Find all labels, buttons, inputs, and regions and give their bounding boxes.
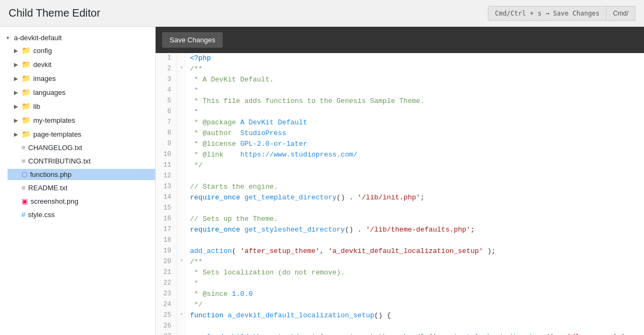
line-content: * <box>186 278 644 289</box>
line-content: /** <box>186 64 644 75</box>
line-number: 19 <box>156 246 177 257</box>
shortcut-hint: Cmd/Ctrl + s → Save Changes <box>488 6 606 21</box>
fold-icon <box>177 75 186 85</box>
arrow-icon: ▶ <box>14 90 21 95</box>
fold-icon <box>177 246 186 257</box>
tree-folder-devkit: ▶ 📁 devkit <box>8 57 155 71</box>
arrow-icon: ▶ <box>14 48 21 54</box>
line-number: 25 <box>156 310 177 321</box>
line-content: // Sets up the Theme. <box>186 214 644 225</box>
folder-name: devkit <box>33 61 52 69</box>
app-title: Child Theme Editor <box>9 7 100 19</box>
line-number: 21 <box>156 267 177 278</box>
line-content: * @link https://www.studiopress.com/ <box>186 150 644 160</box>
fold-icon <box>177 203 186 214</box>
fold-icon <box>177 289 186 300</box>
line-number: 14 <box>156 192 177 203</box>
fold-icon <box>177 192 186 203</box>
folder-name: page-templates <box>33 130 82 138</box>
line-content: add_action( 'after_setup_theme', 'a_devk… <box>186 246 644 257</box>
code-line: 4 * <box>156 85 644 96</box>
folder-languages[interactable]: ▶ 📁 languages <box>8 86 155 98</box>
folder-devkit[interactable]: ▶ 📁 devkit <box>8 58 155 70</box>
code-line: 10 * @link https://www.studiopress.com/ <box>156 150 644 160</box>
folder-my-templates[interactable]: ▶ 📁 my-templates <box>8 114 155 126</box>
tree-root-label[interactable]: ▾ a-devkit-default <box>0 32 155 43</box>
arrow-icon: ▶ <box>14 117 21 123</box>
editor-toolbar: Save Changes <box>156 27 644 53</box>
arrow-icon: ▶ <box>14 76 21 81</box>
code-line: 13// Starts the engine. <box>156 182 644 192</box>
editor-area: Save Changes 1<?php2▾/**3 * A DevKit Def… <box>156 27 644 335</box>
code-line: 9 * @license GPL-2.0-or-later <box>156 139 644 150</box>
line-content: * A DevKit Default. <box>186 75 644 85</box>
file-txt-icon: ≡ <box>21 144 26 152</box>
fold-icon[interactable]: ▾ <box>177 310 186 321</box>
folder-page-templates[interactable]: ▶ 📁 page-templates <box>8 128 155 140</box>
fold-icon <box>177 267 186 278</box>
fold-icon[interactable]: ▾ <box>177 257 186 267</box>
fold-icon <box>177 160 186 171</box>
header-shortcuts: Cmd/Ctrl + s → Save Changes Cmd/ <box>488 6 635 21</box>
line-number: 15 <box>156 203 177 214</box>
shortcut-button[interactable]: Cmd/ <box>606 6 635 21</box>
fold-icon <box>177 128 186 139</box>
save-changes-button[interactable]: Save Changes <box>162 32 223 48</box>
code-line: 27 load_child_theme_textdomain( genesis_… <box>156 332 644 335</box>
code-line: 21 * Sets localization (do not remove). <box>156 267 644 278</box>
file-php-icon: ⬡ <box>21 170 27 178</box>
file-style-css[interactable]: # style.css <box>8 209 155 220</box>
fold-icon <box>177 53 186 64</box>
fold-icon <box>177 332 186 335</box>
line-number: 3 <box>156 75 177 85</box>
file-screenshot[interactable]: ▣ screenshot.png <box>8 196 155 207</box>
tree-file-readme: ≡ README.txt <box>8 181 155 195</box>
file-txt-icon: ≡ <box>21 184 26 192</box>
file-changelog[interactable]: ≡ CHANGELOG.txt <box>8 142 155 153</box>
line-content: // Starts the engine. <box>186 182 644 192</box>
line-content: */ <box>186 160 644 171</box>
code-editor[interactable]: 1<?php2▾/**3 * A DevKit Default.4 *5 * T… <box>156 53 644 335</box>
line-content: * @package A DevKit Default <box>186 117 644 128</box>
code-line: 18 <box>156 235 644 246</box>
line-number: 1 <box>156 53 177 64</box>
file-contributing[interactable]: ≡ CONTRIBUTING.txt <box>8 155 155 167</box>
fold-icon <box>177 214 186 225</box>
folder-config[interactable]: ▶ 📁 config <box>8 44 155 56</box>
folder-lib[interactable]: ▶ 📁 lib <box>8 100 155 112</box>
fold-icon <box>177 171 186 182</box>
file-readme[interactable]: ≡ README.txt <box>8 182 155 193</box>
code-line: 7 * @package A DevKit Default <box>156 117 644 128</box>
line-content: * This file adds functions to the Genesi… <box>186 96 644 107</box>
line-content <box>186 235 644 246</box>
arrow-icon: ▶ <box>14 103 21 109</box>
file-functions-php[interactable]: ⬡ functions.php <box>8 169 155 180</box>
code-line: 14require_once get_template_directory() … <box>156 192 644 203</box>
code-line: 1<?php <box>156 53 644 64</box>
line-number: 11 <box>156 160 177 171</box>
tree-folder-config: ▶ 📁 config <box>8 43 155 57</box>
file-png-icon: ▣ <box>21 197 28 205</box>
line-number: 22 <box>156 278 177 289</box>
tree-folder-page-templates: ▶ 📁 page-templates <box>8 127 155 141</box>
fold-icon[interactable]: ▾ <box>177 64 186 75</box>
code-line: 25▾function a_devkit_default_localizatio… <box>156 310 644 321</box>
line-content: require_once get_template_directory() . … <box>186 192 644 203</box>
app-header: Child Theme Editor Cmd/Ctrl + s → Save C… <box>0 0 644 27</box>
line-number: 12 <box>156 171 177 182</box>
folder-name: images <box>33 75 56 83</box>
line-number: 26 <box>156 321 177 332</box>
line-number: 2 <box>156 64 177 75</box>
line-number: 4 <box>156 85 177 96</box>
sidebar: ▾ a-devkit-default ▶ 📁 config ▶ <box>0 27 156 335</box>
fold-icon <box>177 225 186 235</box>
line-number: 23 <box>156 289 177 300</box>
main-layout: ▾ a-devkit-default ▶ 📁 config ▶ <box>0 27 644 335</box>
tree-folder-images: ▶ 📁 images <box>8 71 155 85</box>
folder-name: lib <box>33 102 40 110</box>
folder-images[interactable]: ▶ 📁 images <box>8 72 155 84</box>
tree-file-changelog: ≡ CHANGELOG.txt <box>8 141 155 154</box>
code-line: 6 * <box>156 107 644 117</box>
code-line: 19add_action( 'after_setup_theme', 'a_de… <box>156 246 644 257</box>
code-line: 26 <box>156 321 644 332</box>
